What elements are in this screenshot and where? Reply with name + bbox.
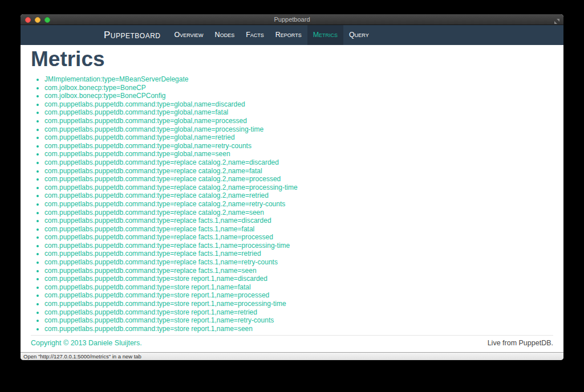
metric-link[interactable]: com.puppetlabs.puppetdb.command:type=sto… <box>44 316 274 324</box>
window-titlebar[interactable]: Puppetboard <box>21 14 563 25</box>
zoom-button[interactable] <box>44 17 50 23</box>
metric-list-item: com.puppetlabs.puppetdb.command:type=rep… <box>44 233 553 242</box>
metric-link[interactable]: com.puppetlabs.puppetdb.command:type=glo… <box>44 133 235 141</box>
metric-list-item: com.puppetlabs.puppetdb.command:type=sto… <box>44 283 553 292</box>
metric-list-item: com.puppetlabs.puppetdb.command:type=sto… <box>44 308 553 317</box>
metric-link[interactable]: com.puppetlabs.puppetdb.command:type=rep… <box>44 217 271 224</box>
metric-list-item: com.puppetlabs.puppetdb.command:type=rep… <box>44 200 553 209</box>
metric-list-item: com.puppetlabs.puppetdb.command:type=rep… <box>44 191 553 200</box>
metric-list-item: com.puppetlabs.puppetdb.command:type=rep… <box>44 242 553 250</box>
metric-list-item: com.puppetlabs.puppetdb.command:type=rep… <box>44 258 553 267</box>
metric-link[interactable]: com.puppetlabs.puppetdb.command:type=rep… <box>44 167 262 175</box>
metric-link[interactable]: com.puppetlabs.puppetdb.command:type=rep… <box>44 183 298 191</box>
metric-link[interactable]: com.puppetlabs.puppetdb.command:type=glo… <box>44 150 230 158</box>
metric-link[interactable]: com.puppetlabs.puppetdb.command:type=rep… <box>44 242 290 250</box>
status-bar: Open "http://127.0.0.1:5000/metrics" in … <box>21 352 563 360</box>
metric-list-item: com.puppetlabs.puppetdb.command:type=sto… <box>44 325 553 333</box>
metric-link[interactable]: com.puppetlabs.puppetdb.command:type=sto… <box>44 308 257 316</box>
footer-copyright[interactable]: Copyright © 2013 Daniele Sluijters. <box>31 339 142 347</box>
navbar-brand[interactable]: Puppetboard <box>104 25 161 45</box>
desktop-background: Puppetboard Puppetboard Overview <box>0 0 584 392</box>
metric-link[interactable]: com.puppetlabs.puppetdb.command:type=sto… <box>44 300 286 308</box>
metric-list-item: com.puppetlabs.puppetdb.command:type=rep… <box>44 217 553 225</box>
metric-link[interactable]: com.jolbox.bonecp:type=BoneCPConfig <box>44 92 165 100</box>
metric-list-item: com.puppetlabs.puppetdb.command:type=glo… <box>44 142 553 150</box>
metric-list-item: com.puppetlabs.puppetdb.command:type=rep… <box>44 250 553 258</box>
metric-link[interactable]: com.puppetlabs.puppetdb.command:type=glo… <box>44 142 252 150</box>
nav-item[interactable]: Nodes <box>209 25 241 45</box>
metric-link[interactable]: com.puppetlabs.puppetdb.command:type=glo… <box>44 117 247 125</box>
metric-link[interactable]: com.puppetlabs.puppetdb.command:type=sto… <box>44 275 267 283</box>
metric-link[interactable]: com.puppetlabs.puppetdb.command:type=rep… <box>44 158 279 166</box>
nav-item-label[interactable]: Metrics <box>307 25 343 45</box>
metric-link[interactable]: com.puppetlabs.puppetdb.command:type=sto… <box>44 291 269 299</box>
nav-item-label[interactable]: Reports <box>270 25 307 45</box>
close-button[interactable] <box>25 17 31 23</box>
metric-list-item: com.puppetlabs.puppetdb.command:type=rep… <box>44 158 553 167</box>
metric-link[interactable]: com.puppetlabs.puppetdb.command:type=rep… <box>44 200 285 208</box>
metric-list-item: com.puppetlabs.puppetdb.command:type=glo… <box>44 150 553 158</box>
browser-window: Puppetboard Puppetboard Overview <box>21 14 563 360</box>
nav-item[interactable]: Query <box>343 25 375 45</box>
nav-item[interactable]: Overview <box>169 25 209 45</box>
metric-link[interactable]: com.puppetlabs.puppetdb.command:type=rep… <box>44 250 261 258</box>
nav-item-label[interactable]: Nodes <box>209 25 241 45</box>
metric-list-item: com.puppetlabs.puppetdb.command:type=rep… <box>44 225 553 234</box>
metric-list-item: com.jolbox.bonecp:type=BoneCP <box>44 84 553 92</box>
nav-item[interactable]: Reports <box>270 25 307 45</box>
metric-list-item: com.puppetlabs.puppetdb.command:type=glo… <box>44 133 553 142</box>
metric-list-item: com.puppetlabs.puppetdb.command:type=glo… <box>44 100 553 109</box>
nav-item-label[interactable]: Overview <box>169 25 209 45</box>
metric-link[interactable]: com.puppetlabs.puppetdb.command:type=sto… <box>44 283 251 291</box>
metric-link[interactable]: com.puppetlabs.puppetdb.command:type=sto… <box>44 325 253 333</box>
nav-item[interactable]: Metrics <box>307 25 343 45</box>
metric-link[interactable]: com.puppetlabs.puppetdb.command:type=rep… <box>44 209 264 217</box>
metric-list-item: com.puppetlabs.puppetdb.command:type=rep… <box>44 175 553 183</box>
metric-link[interactable]: com.puppetlabs.puppetdb.command:type=rep… <box>44 191 269 199</box>
metric-link[interactable]: com.puppetlabs.puppetdb.command:type=rep… <box>44 225 254 233</box>
navbar-menu: Overview Nodes Facts Reports <box>169 25 375 45</box>
metric-link[interactable]: com.puppetlabs.puppetdb.command:type=glo… <box>44 108 228 116</box>
metrics-list: JMImplementation:type=MBeanServerDelegat… <box>31 75 553 333</box>
metric-list-item: com.puppetlabs.puppetdb.command:type=rep… <box>44 267 553 275</box>
metric-list-item: com.puppetlabs.puppetdb.command:type=rep… <box>44 167 553 175</box>
status-bar-text: Open "http://127.0.0.1:5000/metrics" in … <box>23 353 141 360</box>
metric-list-item: JMImplementation:type=MBeanServerDelegat… <box>44 75 553 84</box>
navbar: Puppetboard Overview Nodes Facts <box>21 25 563 45</box>
window-controls <box>25 17 50 23</box>
metric-list-item: com.puppetlabs.puppetdb.command:type=sto… <box>44 275 553 283</box>
metric-list-item: com.puppetlabs.puppetdb.command:type=rep… <box>44 183 553 192</box>
minimize-button[interactable] <box>35 17 40 23</box>
page-title: Metrics <box>31 48 553 71</box>
main-content: Metrics JMImplementation:type=MBeanServe… <box>21 45 563 352</box>
metric-list-item: com.puppetlabs.puppetdb.command:type=glo… <box>44 125 553 134</box>
metric-link[interactable]: com.puppetlabs.puppetdb.command:type=rep… <box>44 175 281 183</box>
metric-list-item: com.jolbox.bonecp:type=BoneCPConfig <box>44 92 553 100</box>
page-footer: Copyright © 2013 Daniele Sluijters. Live… <box>31 335 553 352</box>
metric-link[interactable]: com.puppetlabs.puppetdb.command:type=glo… <box>44 100 245 108</box>
metric-link[interactable]: com.puppetlabs.puppetdb.command:type=rep… <box>44 233 273 241</box>
metric-link[interactable]: com.puppetlabs.puppetdb.command:type=rep… <box>44 258 278 266</box>
nav-item-label[interactable]: Facts <box>240 25 270 45</box>
metric-link[interactable]: com.puppetlabs.puppetdb.command:type=rep… <box>44 267 257 275</box>
nav-item-label[interactable]: Query <box>343 25 375 45</box>
metric-link[interactable]: JMImplementation:type=MBeanServerDelegat… <box>44 75 188 83</box>
footer-live-status: Live from PuppetDB. <box>488 339 553 347</box>
metric-list-item: com.puppetlabs.puppetdb.command:type=glo… <box>44 117 553 125</box>
metric-link[interactable]: com.jolbox.bonecp:type=BoneCP <box>44 84 146 92</box>
nav-item[interactable]: Facts <box>240 25 270 45</box>
metric-list-item: com.puppetlabs.puppetdb.command:type=rep… <box>44 209 553 217</box>
window-title: Puppetboard <box>21 14 563 25</box>
metric-list-item: com.puppetlabs.puppetdb.command:type=glo… <box>44 108 553 117</box>
metric-list-item: com.puppetlabs.puppetdb.command:type=sto… <box>44 316 553 325</box>
metric-list-item: com.puppetlabs.puppetdb.command:type=sto… <box>44 300 553 308</box>
fullscreen-icon[interactable] <box>554 17 560 23</box>
metric-link[interactable]: com.puppetlabs.puppetdb.command:type=glo… <box>44 125 263 133</box>
metric-list-item: com.puppetlabs.puppetdb.command:type=sto… <box>44 291 553 300</box>
